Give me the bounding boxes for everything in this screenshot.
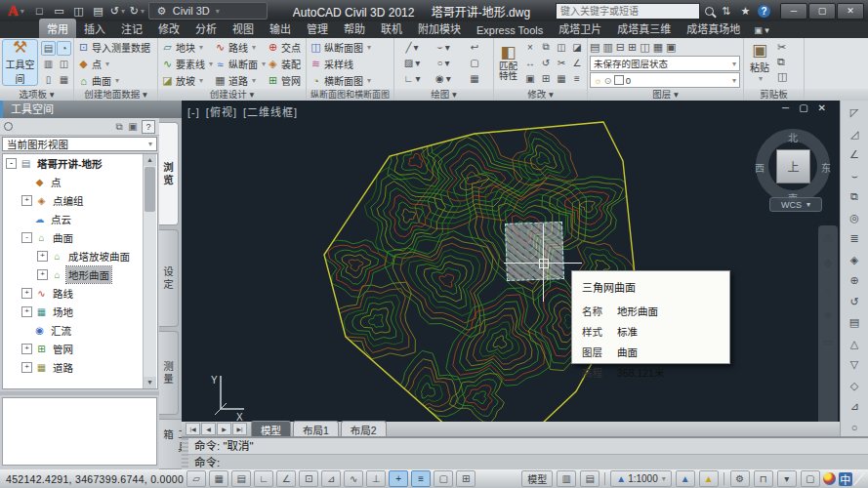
scale-tool-icon[interactable]: ⊞ [538,70,554,86]
viewcube-east[interactable]: 东 [821,160,831,175]
tool-icon[interactable]: ◈ [844,252,865,269]
panorama-icon[interactable]: ◔ [57,41,71,56]
quick-properties-toggle[interactable]: ⊞ [456,470,475,487]
sheet-set-icon[interactable]: ▥ [41,57,56,71]
search-icon[interactable] [705,7,714,16]
fillet-tool-icon[interactable]: ◪ [569,39,585,55]
cut-icon[interactable]: ✂ [777,41,787,54]
profile-button[interactable]: ≈纵断面▾ [213,56,264,72]
viewcube-west[interactable]: 西 [755,160,765,175]
tree-item-terrain-surface[interactable]: + ⌂ 地形曲面 [3,265,157,284]
tab-layout2[interactable]: 布局2 [341,421,387,438]
pan-icon[interactable]: ✥ [823,258,832,270]
tab-settings[interactable]: 设定 [159,229,179,327]
scroll-down-icon[interactable]: ▼ [144,377,156,388]
match-properties-button[interactable]: ◧ 匹配特性 [496,39,520,86]
copy-clip-icon[interactable]: ⧉ [777,56,787,68]
expander-icon[interactable]: + [21,195,32,206]
tree-item-points[interactable]: ◆ 点 [3,173,157,191]
surfaces-button[interactable]: ⌂ 曲面▾ [76,72,155,89]
assembly-button[interactable]: ◈装配 [266,56,304,72]
first-tab-button[interactable]: |◀ [186,423,200,435]
help-search-input[interactable] [556,3,700,20]
tool-icon[interactable]: ◇ [844,378,865,395]
tree-item-drawing[interactable]: - ▤ 塔哥开讲-地形 [3,154,157,173]
restore-button[interactable]: ▢ [808,3,836,20]
copy-tool-icon[interactable]: ⧉ [538,39,554,55]
splitter[interactable] [0,391,159,395]
expander-icon[interactable]: + [21,362,32,373]
visual-style-button[interactable]: [二维线框] [243,106,298,118]
grid-palette-icon[interactable]: ▦ [57,72,71,87]
toolbox-icon[interactable]: ◫ [57,57,71,71]
panel-label[interactable]: 创建设计 ▾ [158,89,306,101]
tree-scrollbar[interactable]: ▲ ▼ [143,154,156,388]
rotate-tool-icon[interactable]: ↺ [538,55,554,70]
application-menu-button[interactable]: A ▾ [4,1,28,20]
tool-icon[interactable]: ◸ [844,104,865,122]
tree-item-sites[interactable]: + ▦ 场地 [3,303,157,321]
undo-button[interactable]: ↺▾ [109,3,126,19]
next-tab-button[interactable]: ▶ [217,423,231,435]
tree-item-grading-surface[interactable]: + ⌂ 成塔放坡曲面 [3,247,157,265]
tray-color-icon[interactable] [823,472,836,485]
tool-icon[interactable]: ↺ [844,294,865,311]
layer-match-icon[interactable]: ▦ [653,41,663,54]
layer-lock-icon[interactable]: ◫ [640,41,649,54]
transparency-toggle[interactable]: ▢ [434,470,453,487]
tree-item-corridors[interactable]: + ▦ 道路 [3,358,157,377]
tab-home[interactable]: 常用 [39,19,76,38]
infer-constraints-toggle[interactable]: ▱ [186,470,206,487]
layer-walk-icon[interactable]: ▣ [666,41,676,54]
expander-icon[interactable]: + [37,251,48,262]
star-icon[interactable]: ★ [738,5,753,18]
import-survey-button[interactable]: ⊡ 导入测量数据 [76,39,155,56]
panel-label[interactable]: 剪贴板 [744,89,804,101]
steering-wheel-icon[interactable]: ◎ [823,231,833,244]
zoom-icon[interactable]: ○ [825,284,832,296]
plot-button[interactable]: ▤ [90,3,106,19]
tab-annotate[interactable]: 注记 [113,19,150,38]
snap-toggle[interactable]: ▦ [209,470,228,487]
current-layer-dropdown[interactable]: ☼ ⊙ 0 ▾ [590,72,740,88]
tab-output[interactable]: 输出 [262,19,299,38]
tool-icon[interactable]: ◿ [844,126,865,143]
grading-button[interactable]: ◪放坡▾ [160,72,211,89]
last-tab-button[interactable]: ▶| [232,423,247,435]
doc-minimize-button[interactable]: ─ [782,102,789,113]
tab-help[interactable]: 帮助 [336,19,373,38]
paste-button[interactable]: ▣ 粘贴 ▾ [746,39,773,86]
tab-chengta-weipian[interactable]: 成塔卫片 [551,19,609,38]
arc-tool-icon[interactable]: ⌣ ▾ [428,39,459,55]
layer-state-dropdown[interactable]: 未保存的图层状态 ▾ [590,56,740,71]
panel-label[interactable]: 选项板 ▾ [0,89,73,101]
panel-label[interactable]: 创建地面数据 ▾ [74,89,157,101]
tab-chengta-site[interactable]: 成塔真场地 [679,19,748,38]
mirror-tool-icon[interactable]: ◫ [554,39,569,55]
properties-palette-icon[interactable]: ▤ [41,41,56,56]
dynamic-input-toggle[interactable]: + [389,470,408,487]
offset-tool-icon[interactable]: ∠ [569,55,585,70]
parcel-button[interactable]: ▱地块▾ [160,39,211,56]
panel-label[interactable]: 图层 ▾ [588,89,743,101]
expander-icon[interactable]: - [21,232,32,243]
panel-label[interactable]: 修改 ▾ [494,89,587,101]
viewcube[interactable]: 上 [776,149,810,183]
tool-icon[interactable]: ○ [844,420,865,437]
doc-close-button[interactable]: ✕ [818,102,826,113]
tool-icon[interactable]: ⊿ [844,398,865,416]
tool-icon[interactable]: ≣ [844,230,865,248]
toolspace-button[interactable]: ⚒ 工具空间 [2,39,38,86]
layer-isolate-icon[interactable]: ▥ [602,41,612,54]
tool-icon[interactable]: △ [844,336,865,353]
point-grid-tool-icon[interactable]: ▦ [459,70,490,86]
polar-toggle[interactable]: ∠ [276,470,296,487]
expander-icon[interactable]: + [21,306,32,317]
quick-view-layouts-icon[interactable]: ▥ [557,470,576,487]
search-icon[interactable] [4,122,13,131]
panel-label[interactable]: 绘图 ▾ [394,89,493,101]
feature-line-button[interactable]: ∿要素线▾ [160,56,211,72]
tab-online[interactable]: 联机 [373,19,410,38]
osnap3d-toggle[interactable]: ⊿ [321,470,341,487]
profile-view-button[interactable]: ◫纵断面图▾ [309,39,392,56]
